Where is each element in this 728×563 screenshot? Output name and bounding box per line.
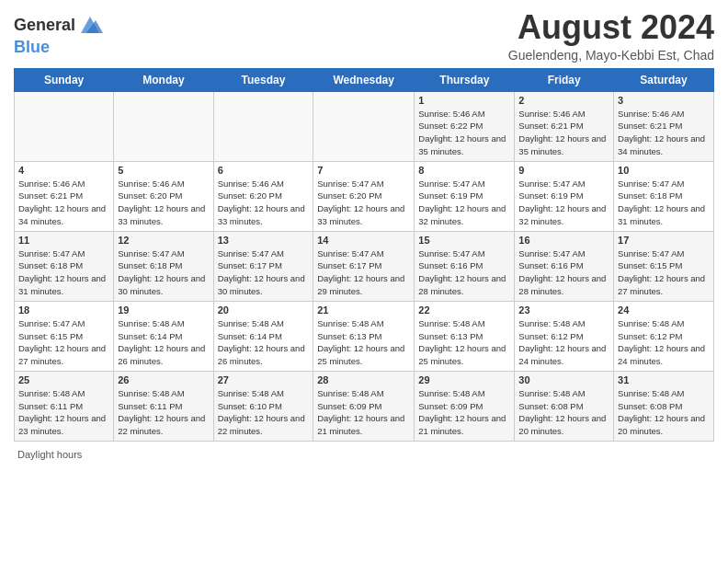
calendar-week-row: 25Sunrise: 5:48 AM Sunset: 6:11 PM Dayli… <box>15 371 714 441</box>
calendar-cell: 30Sunrise: 5:48 AM Sunset: 6:08 PM Dayli… <box>515 371 614 441</box>
calendar-cell: 13Sunrise: 5:47 AM Sunset: 6:17 PM Dayli… <box>213 231 313 301</box>
day-info: Sunrise: 5:47 AM Sunset: 6:16 PM Dayligh… <box>418 247 510 298</box>
weekday-header: Tuesday <box>213 68 313 91</box>
day-number: 7 <box>317 165 410 176</box>
calendar-cell: 15Sunrise: 5:47 AM Sunset: 6:16 PM Dayli… <box>415 231 515 301</box>
day-number: 31 <box>618 374 710 385</box>
calendar-cell: 2Sunrise: 5:46 AM Sunset: 6:21 PM Daylig… <box>515 91 614 161</box>
footer: Daylight hours <box>14 449 714 460</box>
calendar-cell: 19Sunrise: 5:48 AM Sunset: 6:14 PM Dayli… <box>114 301 213 371</box>
day-info: Sunrise: 5:47 AM Sunset: 6:18 PM Dayligh… <box>18 247 109 298</box>
calendar-cell: 21Sunrise: 5:48 AM Sunset: 6:13 PM Dayli… <box>313 301 415 371</box>
calendar-cell: 10Sunrise: 5:47 AM Sunset: 6:18 PM Dayli… <box>614 161 714 231</box>
day-info: Sunrise: 5:47 AM Sunset: 6:16 PM Dayligh… <box>518 247 609 298</box>
calendar-cell <box>114 91 213 161</box>
calendar-week-row: 1Sunrise: 5:46 AM Sunset: 6:22 PM Daylig… <box>15 91 714 161</box>
calendar-cell: 5Sunrise: 5:46 AM Sunset: 6:20 PM Daylig… <box>114 161 213 231</box>
day-info: Sunrise: 5:47 AM Sunset: 6:17 PM Dayligh… <box>218 247 310 298</box>
calendar-cell: 25Sunrise: 5:48 AM Sunset: 6:11 PM Dayli… <box>15 371 114 441</box>
day-info: Sunrise: 5:47 AM Sunset: 6:15 PM Dayligh… <box>18 317 109 368</box>
day-number: 23 <box>518 304 609 316</box>
day-info: Sunrise: 5:48 AM Sunset: 6:11 PM Dayligh… <box>118 387 209 438</box>
weekday-header: Sunday <box>15 68 114 91</box>
day-number: 14 <box>317 235 410 246</box>
location-title: Guelendeng, Mayo-Kebbi Est, Chad <box>508 48 714 63</box>
calendar-cell: 11Sunrise: 5:47 AM Sunset: 6:18 PM Dayli… <box>15 231 114 301</box>
calendar-cell <box>313 91 415 161</box>
day-info: Sunrise: 5:46 AM Sunset: 6:22 PM Dayligh… <box>418 108 510 158</box>
day-number: 9 <box>518 165 609 176</box>
calendar-cell: 18Sunrise: 5:47 AM Sunset: 6:15 PM Dayli… <box>15 301 114 371</box>
day-number: 17 <box>618 235 710 246</box>
day-number: 29 <box>418 374 510 385</box>
calendar-cell: 22Sunrise: 5:48 AM Sunset: 6:13 PM Dayli… <box>415 301 515 371</box>
calendar-cell: 28Sunrise: 5:48 AM Sunset: 6:09 PM Dayli… <box>313 371 415 441</box>
calendar-header-row: SundayMondayTuesdayWednesdayThursdayFrid… <box>15 68 714 91</box>
calendar-cell: 31Sunrise: 5:48 AM Sunset: 6:08 PM Dayli… <box>614 371 714 441</box>
month-title: August 2024 <box>508 9 714 46</box>
logo-text: General <box>14 17 75 35</box>
weekday-header: Saturday <box>614 68 714 91</box>
calendar-cell <box>213 91 313 161</box>
day-info: Sunrise: 5:46 AM Sunset: 6:21 PM Dayligh… <box>618 108 710 158</box>
calendar-cell: 3Sunrise: 5:46 AM Sunset: 6:21 PM Daylig… <box>614 91 714 161</box>
day-number: 12 <box>118 235 209 246</box>
calendar-page: General Blue August 2024 Guelendeng, May… <box>0 0 728 563</box>
logo-icon <box>77 13 103 39</box>
weekday-header: Monday <box>114 68 213 91</box>
day-info: Sunrise: 5:47 AM Sunset: 6:19 PM Dayligh… <box>418 178 510 228</box>
day-info: Sunrise: 5:48 AM Sunset: 6:11 PM Dayligh… <box>18 387 109 438</box>
day-info: Sunrise: 5:48 AM Sunset: 6:09 PM Dayligh… <box>317 387 410 438</box>
day-info: Sunrise: 5:48 AM Sunset: 6:09 PM Dayligh… <box>418 387 510 438</box>
day-number: 11 <box>18 235 109 246</box>
day-number: 18 <box>18 304 109 316</box>
calendar-week-row: 11Sunrise: 5:47 AM Sunset: 6:18 PM Dayli… <box>15 231 714 301</box>
day-info: Sunrise: 5:48 AM Sunset: 6:08 PM Dayligh… <box>518 387 609 438</box>
calendar-cell: 9Sunrise: 5:47 AM Sunset: 6:19 PM Daylig… <box>515 161 614 231</box>
day-number: 26 <box>118 374 209 385</box>
day-info: Sunrise: 5:46 AM Sunset: 6:21 PM Dayligh… <box>518 108 609 158</box>
calendar-cell: 29Sunrise: 5:48 AM Sunset: 6:09 PM Dayli… <box>415 371 515 441</box>
day-number: 22 <box>418 304 510 316</box>
day-number: 3 <box>618 95 710 106</box>
day-info: Sunrise: 5:47 AM Sunset: 6:18 PM Dayligh… <box>618 178 710 228</box>
calendar-cell: 17Sunrise: 5:47 AM Sunset: 6:15 PM Dayli… <box>614 231 714 301</box>
day-number: 27 <box>218 374 310 385</box>
day-number: 1 <box>418 95 510 106</box>
day-number: 30 <box>518 374 609 385</box>
calendar-table: SundayMondayTuesdayWednesdayThursdayFrid… <box>14 68 714 442</box>
day-number: 28 <box>317 374 410 385</box>
day-info: Sunrise: 5:48 AM Sunset: 6:12 PM Dayligh… <box>518 317 609 368</box>
day-number: 16 <box>518 235 609 246</box>
day-info: Sunrise: 5:47 AM Sunset: 6:15 PM Dayligh… <box>618 247 710 298</box>
day-info: Sunrise: 5:47 AM Sunset: 6:19 PM Dayligh… <box>518 178 609 228</box>
day-info: Sunrise: 5:48 AM Sunset: 6:12 PM Dayligh… <box>618 317 710 368</box>
day-info: Sunrise: 5:48 AM Sunset: 6:10 PM Dayligh… <box>218 387 310 438</box>
day-info: Sunrise: 5:46 AM Sunset: 6:21 PM Dayligh… <box>18 178 109 228</box>
calendar-cell: 16Sunrise: 5:47 AM Sunset: 6:16 PM Dayli… <box>515 231 614 301</box>
calendar-week-row: 4Sunrise: 5:46 AM Sunset: 6:21 PM Daylig… <box>15 161 714 231</box>
calendar-cell: 4Sunrise: 5:46 AM Sunset: 6:21 PM Daylig… <box>15 161 114 231</box>
day-info: Sunrise: 5:47 AM Sunset: 6:20 PM Dayligh… <box>317 178 410 228</box>
day-info: Sunrise: 5:46 AM Sunset: 6:20 PM Dayligh… <box>118 178 209 228</box>
weekday-header: Wednesday <box>313 68 415 91</box>
day-number: 8 <box>418 165 510 176</box>
daylight-hours-label: Daylight hours <box>17 449 82 460</box>
day-info: Sunrise: 5:48 AM Sunset: 6:13 PM Dayligh… <box>418 317 510 368</box>
calendar-cell: 8Sunrise: 5:47 AM Sunset: 6:19 PM Daylig… <box>415 161 515 231</box>
logo: General Blue <box>14 13 103 57</box>
calendar-cell: 20Sunrise: 5:48 AM Sunset: 6:14 PM Dayli… <box>213 301 313 371</box>
day-number: 20 <box>218 304 310 316</box>
day-info: Sunrise: 5:46 AM Sunset: 6:20 PM Dayligh… <box>218 178 310 228</box>
calendar-cell: 12Sunrise: 5:47 AM Sunset: 6:18 PM Dayli… <box>114 231 213 301</box>
day-number: 2 <box>518 95 609 106</box>
day-info: Sunrise: 5:48 AM Sunset: 6:14 PM Dayligh… <box>218 317 310 368</box>
calendar-cell: 1Sunrise: 5:46 AM Sunset: 6:22 PM Daylig… <box>415 91 515 161</box>
day-info: Sunrise: 5:47 AM Sunset: 6:18 PM Dayligh… <box>118 247 209 298</box>
day-number: 25 <box>18 374 109 385</box>
day-number: 4 <box>18 165 109 176</box>
calendar-cell: 6Sunrise: 5:46 AM Sunset: 6:20 PM Daylig… <box>213 161 313 231</box>
day-number: 24 <box>618 304 710 316</box>
logo-blue: Blue <box>14 38 50 56</box>
day-number: 21 <box>317 304 410 316</box>
